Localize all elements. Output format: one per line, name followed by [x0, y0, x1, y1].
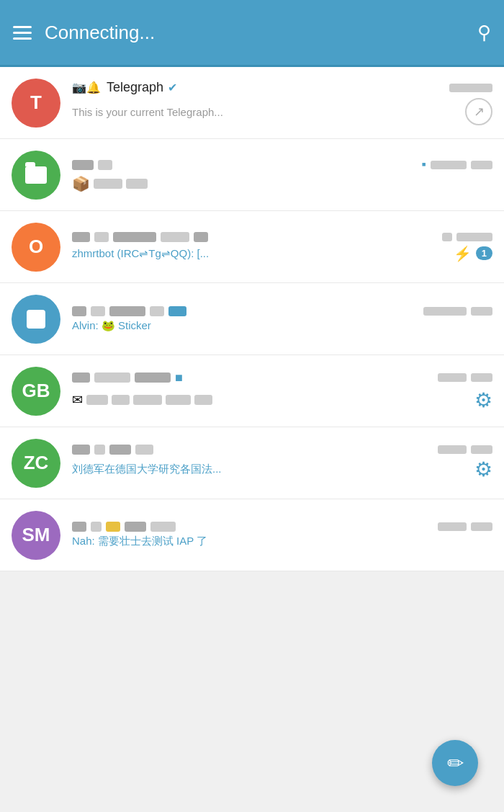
- emoji-icon: 📦: [72, 175, 90, 192]
- chat-preview: 刘德军在德国大学研究各国法...: [72, 463, 469, 476]
- list-item[interactable]: ▪ 📦: [0, 139, 504, 211]
- menu-button[interactable]: [13, 26, 32, 40]
- chat-name-row: [72, 232, 442, 242]
- time-r2: [471, 307, 492, 316]
- compose-fab-button[interactable]: ✏: [432, 740, 478, 786]
- name-r5: [168, 306, 186, 316]
- name-r4: [150, 306, 164, 316]
- edit-icon: ✏: [447, 751, 464, 775]
- chat-content: 刘德军在德国大学研究各国法... ⚙: [72, 445, 492, 481]
- name-r4: [135, 445, 153, 455]
- avatar: SM: [12, 511, 60, 560]
- sub-row: ✉: [72, 392, 212, 408]
- chat-name-row: [72, 445, 438, 455]
- chat-content: ■ ✉ ⚙: [72, 370, 492, 412]
- time-r2: [471, 522, 492, 531]
- chat-meta: Nah: 需要壮士去测试 IAP 了: [72, 535, 492, 548]
- avatar: ZC: [12, 439, 60, 488]
- chat-top: [72, 306, 492, 316]
- chat-name-row: 📷🔔 Telegraph ✔: [72, 80, 449, 95]
- avatar: GB: [12, 367, 60, 416]
- time-r2: [456, 233, 492, 241]
- chat-meta: 刘德军在德国大学研究各国法... ⚙: [72, 458, 492, 481]
- chat-content: zhmrtbot (IRC⇌Tg⇌QQ): [... ⚡ 1: [72, 232, 492, 262]
- name-r3: [135, 372, 171, 383]
- verified-icon: ✔: [168, 81, 177, 94]
- avatar-letter: ZC: [24, 452, 49, 474]
- search-button[interactable]: ⚲: [477, 22, 491, 44]
- avatar-letter: T: [30, 92, 42, 114]
- list-item[interactable]: SM Nah: 需要壮士去测试 IAP 了: [0, 499, 504, 571]
- chat-name-row: ■: [72, 370, 438, 385]
- list-item[interactable]: Alvin: 🐸 Sticker: [0, 283, 504, 355]
- name-redacted-1: [72, 160, 94, 170]
- chat-top: [72, 232, 492, 242]
- sub-row: 📦: [72, 175, 148, 192]
- chat-time-redacted: [449, 84, 492, 92]
- name-r2: [91, 522, 102, 532]
- avatar-letter: O: [29, 236, 43, 258]
- preview-redacted-2: [126, 179, 148, 189]
- chat-list: T 📷🔔 Telegraph ✔ This is your current Te…: [0, 67, 504, 571]
- chat-top: [72, 522, 492, 532]
- chat-meta: Alvin: 🐸 Sticker: [72, 319, 492, 332]
- name-r2: [91, 306, 105, 316]
- time-r1: [438, 445, 467, 454]
- chat-meta: ✉ ⚙: [72, 388, 492, 412]
- envelope-icon: ✉: [72, 392, 83, 408]
- prev-r1: [86, 395, 108, 405]
- list-item[interactable]: ZC 刘德军在德国大学研究各国法... ⚙: [0, 427, 504, 499]
- prev-r5: [194, 395, 212, 405]
- blue-square-icon: ■: [175, 370, 183, 385]
- chat-content: 📷🔔 Telegraph ✔ This is your current Tele…: [72, 80, 492, 125]
- name-r1: [72, 372, 90, 383]
- name-r1: [72, 522, 86, 532]
- list-item[interactable]: O zhmrtbot (IRC⇌Tg⇌QQ): [...: [0, 211, 504, 283]
- chat-name-row: [72, 306, 423, 316]
- chat-content: Nah: 需要壮士去测试 IAP 了: [72, 522, 492, 548]
- name-r3: [109, 306, 145, 316]
- name-r1: [72, 306, 86, 316]
- time-r2: [471, 373, 492, 382]
- header-title: Connecting...: [45, 22, 155, 44]
- avatar: T: [12, 79, 60, 128]
- unread-badge: 1: [476, 246, 492, 260]
- app-header: Connecting... ⚲: [0, 0, 504, 65]
- camera-bell-icon: 📷🔔: [72, 81, 101, 94]
- avatar-letter: GB: [22, 380, 50, 402]
- chat-meta: This is your current Telegraph... ↗: [72, 98, 492, 125]
- chat-meta: zhmrtbot (IRC⇌Tg⇌QQ): [... ⚡ 1: [72, 245, 492, 262]
- time-r2: [471, 445, 492, 454]
- name-r1: [72, 445, 90, 455]
- chat-content: ▪ 📦: [72, 157, 492, 192]
- folder-icon: [25, 166, 47, 184]
- list-item[interactable]: GB ■ ✉: [0, 355, 504, 427]
- name-r3: [113, 232, 156, 242]
- name-r5: [150, 522, 176, 532]
- time-r1: [442, 233, 452, 241]
- share-arrow-icon: ↗: [465, 98, 492, 125]
- chat-preview: This is your current Telegraph...: [72, 106, 454, 118]
- prev-r3: [133, 395, 162, 405]
- avatar-letter: SM: [22, 524, 50, 546]
- time-r1: [438, 522, 467, 531]
- chat-preview: Alvin: 🐸 Sticker: [72, 319, 492, 332]
- chat-content: Alvin: 🐸 Sticker: [72, 306, 492, 332]
- chat-time-redacted-2: [471, 161, 492, 169]
- chat-preview: Nah: 需要壮士去测试 IAP 了: [72, 535, 492, 548]
- preview-redacted-1: [94, 179, 122, 189]
- name-redacted-2: [98, 160, 112, 170]
- square-icon: [27, 310, 45, 329]
- avatar: [12, 151, 60, 200]
- name-r4: [125, 522, 146, 532]
- status-icon: ▪: [422, 157, 426, 172]
- time-r1: [438, 373, 467, 382]
- chat-right-meta: ⚡ 1: [454, 245, 492, 262]
- prev-r2: [112, 395, 130, 405]
- name-r4: [161, 232, 189, 242]
- chat-name-row: [72, 160, 422, 170]
- avatar: [12, 295, 60, 344]
- list-item[interactable]: T 📷🔔 Telegraph ✔ This is your current Te…: [0, 67, 504, 139]
- bot-icon: ⚙: [474, 388, 492, 412]
- chat-top: 📷🔔 Telegraph ✔: [72, 80, 492, 95]
